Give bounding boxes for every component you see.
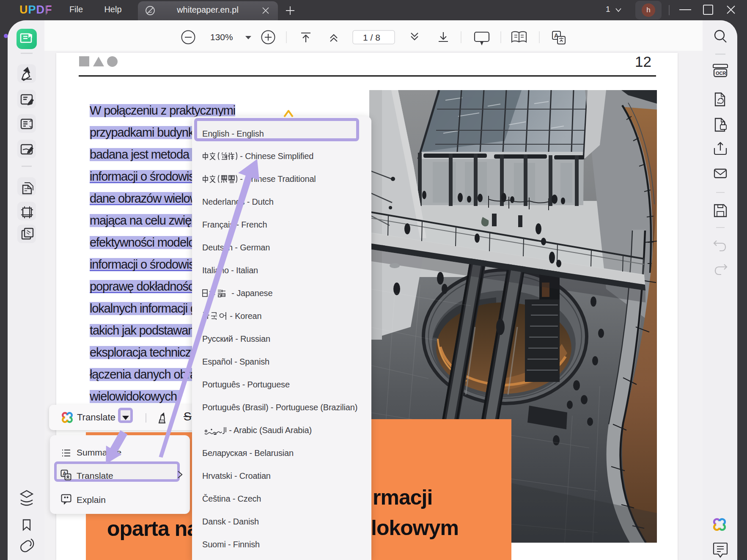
- svg-text:130%: 130%: [210, 32, 233, 42]
- svg-text:1 / 8: 1 / 8: [363, 33, 380, 42]
- svg-text:OCR: OCR: [716, 71, 726, 76]
